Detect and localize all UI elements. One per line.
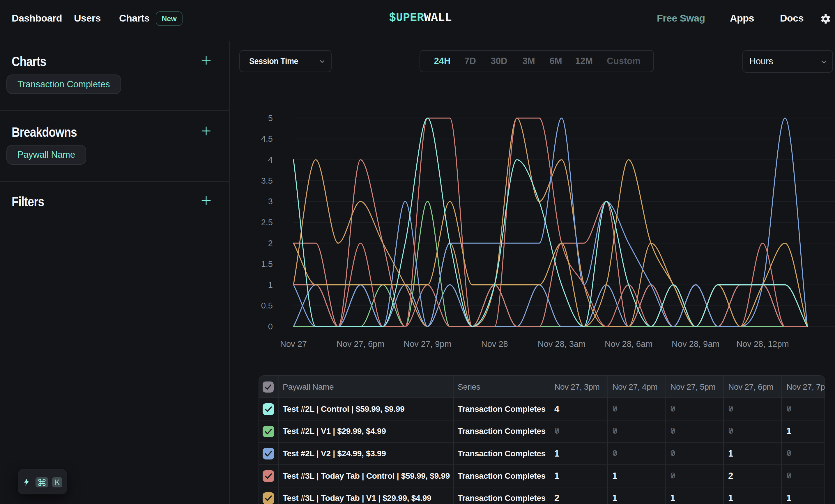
svg-text:5: 5 xyxy=(268,113,273,123)
svg-text:1.5: 1.5 xyxy=(261,259,273,269)
svg-text:0.5: 0.5 xyxy=(261,301,273,310)
svg-text:3.5: 3.5 xyxy=(261,176,273,185)
svg-text:Nov 28, 12pm: Nov 28, 12pm xyxy=(736,339,789,349)
svg-text:Nov 28, 6am: Nov 28, 6am xyxy=(605,339,652,349)
svg-text:2.5: 2.5 xyxy=(261,218,273,227)
svg-text:Nov 27: Nov 27 xyxy=(280,339,307,349)
svg-text:4: 4 xyxy=(268,155,273,164)
svg-text:Nov 28: Nov 28 xyxy=(481,339,508,349)
svg-text:3: 3 xyxy=(268,197,273,206)
svg-text:4.5: 4.5 xyxy=(261,134,273,144)
svg-text:2: 2 xyxy=(268,238,273,248)
svg-text:Nov 27, 6pm: Nov 27, 6pm xyxy=(337,339,384,349)
svg-text:0: 0 xyxy=(268,322,273,331)
svg-text:1: 1 xyxy=(268,280,273,290)
svg-text:Nov 27, 9pm: Nov 27, 9pm xyxy=(404,339,451,349)
svg-text:Nov 28, 3am: Nov 28, 3am xyxy=(538,339,586,349)
svg-text:Nov 28, 9am: Nov 28, 9am xyxy=(672,339,719,349)
